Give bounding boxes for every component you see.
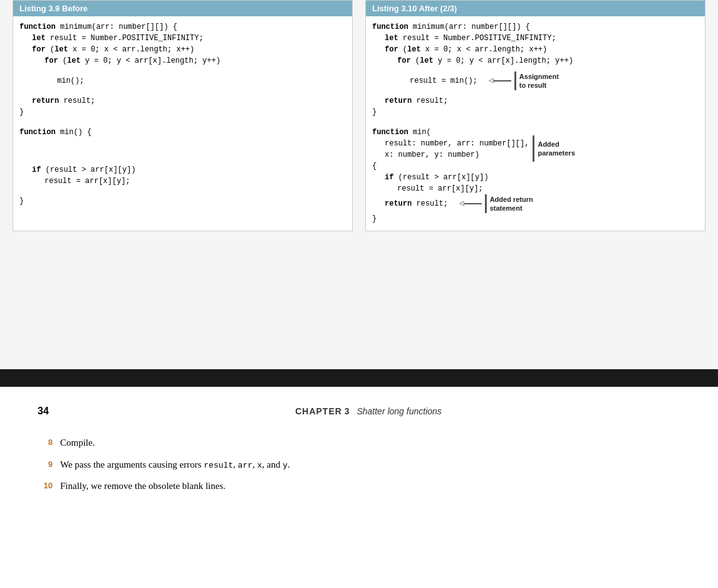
code-spacer <box>372 66 705 71</box>
code-line: return result; <box>372 95 705 107</box>
code-spacer <box>19 138 346 147</box>
page-header: 34 Chapter 3 Shatter long functions <box>38 406 668 417</box>
assignment-annotation-row: result = min(); ◁ Assignment to result <box>372 71 705 90</box>
listing-after: Listing 3.10 After (2/3) function minimu… <box>365 0 705 231</box>
list-item: 8 Compile. <box>38 436 668 450</box>
code-line: } <box>19 196 346 207</box>
arrow-head-icon: ◁ <box>489 75 494 87</box>
code-line: x: number, y: number) <box>372 149 529 160</box>
list-text-8: Compile. <box>60 436 95 450</box>
return-label: Added return statement <box>490 195 533 213</box>
list-item: 9 We pass the arguments causing errors r… <box>38 458 668 472</box>
listing-after-body: function minimum(arr: number[][]) { let … <box>366 21 705 231</box>
return-label-line1: Added return <box>490 195 533 204</box>
return-arrow-head-icon: ◁ <box>459 197 464 210</box>
code-result: result <box>204 461 233 470</box>
code-line: function minimum(arr: number[][]) { <box>19 21 346 33</box>
list-num-8: 8 <box>38 436 53 449</box>
assignment-label: Assignment to result <box>519 72 559 90</box>
code-line: if (result > arr[x][y]) <box>19 164 346 176</box>
params-label: Added parameters <box>538 140 575 158</box>
assignment-label-line2: to result <box>519 81 559 90</box>
params-label-line1: Added <box>538 140 575 149</box>
code-spacer <box>19 147 346 155</box>
listing-before-body: function minimum(arr: number[][]) { let … <box>13 21 352 213</box>
code-line: function min( <box>372 127 529 138</box>
listing-before: Listing 3.9 Before function minimum(arr:… <box>13 0 353 231</box>
code-line: } <box>372 213 705 224</box>
return-annotation-row: return result; ◁ Added return statement <box>372 194 705 213</box>
chapter-name: Shatter long functions <box>356 406 441 416</box>
code-line: if (result > arr[x][y]) <box>372 172 705 183</box>
code-line: } <box>19 107 346 118</box>
code-spacer <box>19 155 346 164</box>
code-y: y <box>283 461 288 470</box>
min-function-code: function min( result: number, arr: numbe… <box>372 127 529 172</box>
code-line: let result = Number.POSITIVE_INFINITY; <box>19 33 346 44</box>
code-spacer <box>19 118 346 127</box>
code-line: for (let y = 0; y < arr[x].length; y++) <box>19 55 346 66</box>
return-label-line2: statement <box>490 204 533 213</box>
assignment-label-line1: Assignment <box>519 72 559 81</box>
code-spacer <box>372 118 705 127</box>
code-line: return result; <box>19 95 346 107</box>
return-vertical-bar <box>485 194 487 213</box>
arrow-line <box>494 80 511 81</box>
params-arrow-container: Added parameters <box>533 127 575 162</box>
assignment-arrow: ◁ Assignment to result <box>489 71 559 90</box>
list-text-9: We pass the arguments causing errors res… <box>60 458 290 472</box>
list-num-9: 9 <box>38 458 53 471</box>
code-line: let result = Number.POSITIVE_INFINITY; <box>372 33 705 44</box>
code-spacer <box>19 87 346 95</box>
chapter-num: 3 <box>345 406 350 416</box>
code-line: result = arr[x][y]; <box>19 176 346 187</box>
page-number: 34 <box>38 406 69 417</box>
whitespace <box>0 244 718 369</box>
code-spacer <box>19 66 346 75</box>
return-arrow-line <box>464 203 482 204</box>
chapter-title: Chapter 3 Shatter long functions <box>69 406 668 416</box>
code-line: for (let y = 0; y < arr[x].length; y++) <box>372 55 705 66</box>
code-arr: arr <box>238 461 252 470</box>
code-line: for (let x = 0; x < arr.length; x++) <box>19 44 346 55</box>
code-line: function min() { <box>19 127 346 138</box>
listing-before-header: Listing 3.9 Before <box>13 1 352 16</box>
code-line-return: return result; <box>385 198 448 209</box>
list-item: 10 Finally, we remove the obsolete blank… <box>38 479 668 493</box>
code-section: Listing 3.9 Before function minimum(arr:… <box>0 0 718 244</box>
listing-after-header: Listing 3.10 After (2/3) <box>366 1 705 16</box>
params-label-line2: parameters <box>538 149 575 157</box>
code-line-result: result = min(); <box>410 75 477 87</box>
code-line: min(); <box>19 75 346 87</box>
code-spacer <box>372 90 705 95</box>
vertical-bar <box>514 71 516 90</box>
return-arrow: ◁ Added return statement <box>459 194 533 213</box>
page-content: 34 Chapter 3 Shatter long functions 8 Co… <box>0 387 718 520</box>
chapter-label: Chapter <box>295 406 342 416</box>
vertical-bar-params <box>533 135 534 162</box>
code-x: x <box>258 461 263 470</box>
listing-after-title: Listing 3.10 After (2/3) <box>372 4 457 13</box>
code-line: } <box>372 107 705 118</box>
listing-before-title: Listing 3.9 Before <box>19 4 88 13</box>
code-line: result: number, arr: number[][], <box>372 138 529 149</box>
min-function-row: function min( result: number, arr: numbe… <box>372 127 705 172</box>
list-num-10: 10 <box>38 479 53 492</box>
code-line: function minimum(arr: number[][]) { <box>372 21 705 33</box>
code-line: for (let x = 0; x < arr.length; x++) <box>372 44 705 55</box>
footer-bar <box>0 369 718 387</box>
code-line: result = arr[x][y]; <box>372 183 705 194</box>
list-text-10: Finally, we remove the obsolete blank li… <box>60 479 226 493</box>
numbered-list: 8 Compile. 9 We pass the arguments causi… <box>38 436 668 493</box>
code-line: { <box>372 160 529 172</box>
code-spacer <box>19 187 346 196</box>
